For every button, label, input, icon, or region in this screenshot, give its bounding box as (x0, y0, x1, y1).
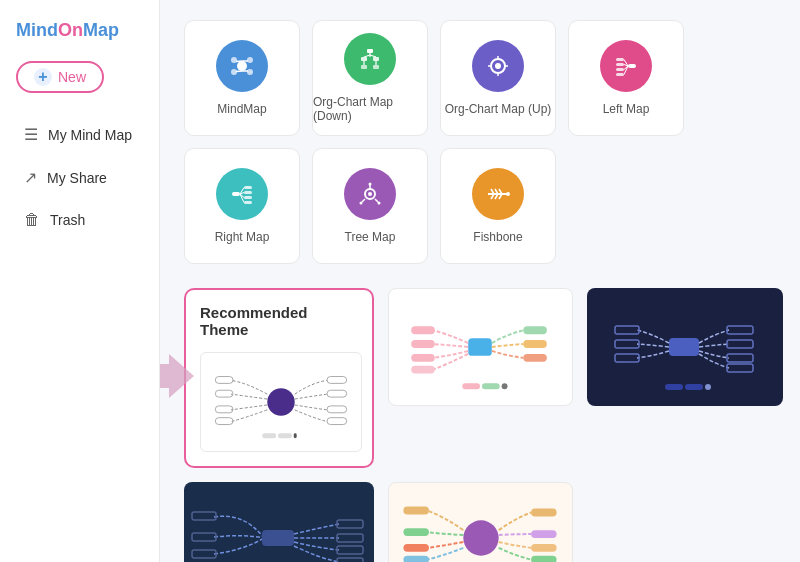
recommended-theme-section: Recommended Theme (184, 288, 374, 468)
svg-rect-78 (523, 340, 547, 348)
svg-rect-27 (616, 63, 624, 66)
mindmap-label: MindMap (217, 102, 266, 116)
tree-map-label: Tree Map (345, 230, 396, 244)
svg-rect-76 (411, 366, 435, 374)
svg-rect-90 (727, 364, 753, 372)
svg-rect-73 (411, 326, 435, 334)
share-icon: ↗ (24, 168, 37, 187)
svg-rect-107 (403, 528, 429, 536)
svg-rect-113 (531, 556, 557, 562)
sidebar-item-my-mind-map[interactable]: ☰ My Mind Map (8, 115, 151, 154)
theme-card-dark2[interactable] (184, 482, 374, 562)
svg-point-3 (247, 57, 253, 63)
right-map-icon (216, 168, 268, 220)
right-map-label: Right Map (215, 230, 270, 244)
svg-rect-93 (705, 384, 711, 390)
map-card-fishbone[interactable]: Fishbone (440, 148, 556, 264)
logo-on: On (58, 20, 83, 40)
svg-rect-61 (215, 377, 233, 384)
map-card-org-up[interactable]: Org-Chart Map (Up) (440, 20, 556, 136)
svg-rect-75 (411, 354, 435, 362)
svg-rect-29 (616, 73, 624, 76)
svg-rect-63 (215, 406, 233, 413)
logo-text: MindOnMap (16, 20, 119, 41)
svg-point-49 (378, 202, 381, 205)
logo-map: Map (83, 20, 119, 40)
svg-rect-11 (373, 57, 379, 61)
svg-rect-83 (669, 338, 699, 356)
svg-rect-85 (615, 340, 639, 348)
theme-card-orange[interactable] (388, 482, 573, 562)
org-up-label: Org-Chart Map (Up) (445, 102, 552, 116)
fishbone-icon (472, 168, 524, 220)
svg-point-60 (267, 388, 294, 415)
svg-rect-28 (616, 68, 624, 71)
svg-rect-64 (215, 418, 233, 425)
second-row-themes (184, 482, 776, 562)
themes-container: Recommended Theme (184, 288, 776, 468)
recommended-theme-title: Recommended Theme (200, 304, 358, 338)
svg-rect-111 (531, 530, 557, 538)
svg-point-0 (237, 61, 247, 71)
svg-rect-97 (192, 550, 216, 558)
left-map-icon (600, 40, 652, 92)
svg-line-6 (236, 71, 242, 72)
mind-map-icon: ☰ (24, 125, 38, 144)
theme-preview-white[interactable] (200, 352, 358, 452)
map-types-grid: MindMap Org-Chart Map (Down) (184, 20, 776, 264)
svg-rect-91 (665, 384, 683, 390)
svg-rect-80 (462, 383, 480, 389)
org-up-icon (472, 40, 524, 92)
map-card-mindmap[interactable]: MindMap (184, 20, 300, 136)
svg-rect-95 (192, 512, 216, 520)
map-card-tree-map[interactable]: Tree Map (312, 148, 428, 264)
svg-rect-89 (727, 354, 753, 362)
svg-rect-10 (361, 57, 367, 61)
tree-map-icon (344, 168, 396, 220)
svg-line-5 (236, 61, 242, 62)
svg-rect-88 (727, 340, 753, 348)
svg-rect-26 (616, 58, 624, 61)
map-card-left-map[interactable]: Left Map (568, 20, 684, 136)
svg-rect-34 (232, 192, 240, 196)
svg-rect-101 (337, 558, 363, 562)
svg-rect-69 (262, 433, 276, 438)
logo-mind: Mind (16, 20, 58, 40)
svg-marker-59 (160, 354, 194, 398)
svg-line-46 (375, 199, 378, 202)
logo: MindOnMap (0, 10, 159, 61)
new-button[interactable]: + New (16, 61, 104, 93)
svg-rect-38 (244, 201, 252, 204)
theme-card-dark[interactable] (587, 288, 783, 406)
svg-rect-36 (244, 191, 252, 194)
theme-card-colorful[interactable] (388, 288, 573, 406)
sidebar-item-trash[interactable]: 🗑 Trash (8, 201, 151, 239)
svg-rect-74 (411, 340, 435, 348)
trash-icon: 🗑 (24, 211, 40, 229)
svg-rect-67 (327, 406, 347, 413)
svg-rect-9 (367, 49, 373, 53)
svg-point-44 (368, 192, 372, 196)
svg-rect-79 (523, 354, 547, 362)
svg-point-4 (247, 69, 253, 75)
svg-rect-71 (294, 433, 297, 438)
sidebar-item-label: My Share (47, 170, 107, 186)
svg-rect-62 (215, 390, 233, 397)
mindmap-icon (216, 40, 268, 92)
sidebar-item-label: My Mind Map (48, 127, 132, 143)
map-card-right-map[interactable]: Right Map (184, 148, 300, 264)
main-content: MindMap Org-Chart Map (Down) (160, 0, 800, 562)
svg-line-15 (364, 55, 370, 57)
svg-rect-109 (403, 556, 429, 562)
sidebar-item-my-share[interactable]: ↗ My Share (8, 158, 151, 197)
svg-rect-112 (531, 544, 557, 552)
svg-point-105 (463, 520, 498, 555)
svg-rect-108 (403, 544, 429, 552)
svg-rect-100 (337, 546, 363, 554)
svg-line-47 (362, 199, 365, 202)
svg-rect-98 (337, 520, 363, 528)
svg-rect-110 (531, 509, 557, 517)
svg-rect-92 (685, 384, 703, 390)
map-card-org-down[interactable]: Org-Chart Map (Down) (312, 20, 428, 136)
svg-rect-66 (327, 390, 347, 397)
